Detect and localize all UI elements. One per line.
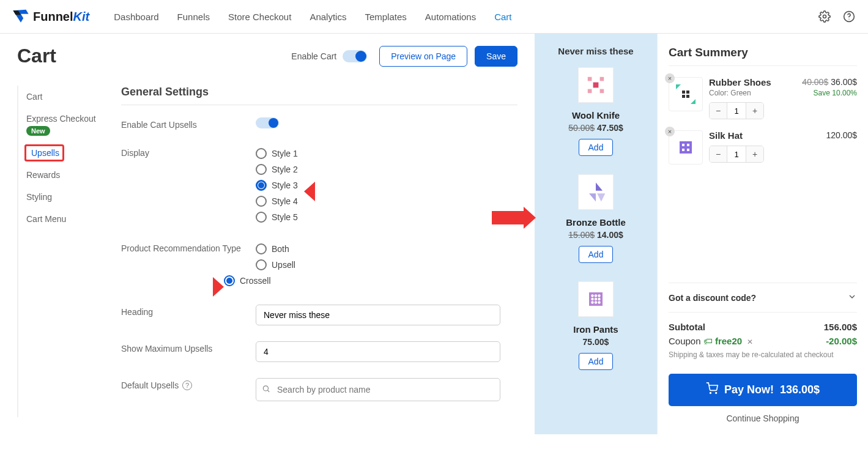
svg-point-18 — [598, 298, 600, 300]
save-button[interactable]: Save — [475, 46, 517, 67]
continue-shopping-link[interactable]: Continue Shopping — [669, 413, 857, 423]
product-name: Iron Pants — [541, 324, 651, 335]
cart-item-price: 120.00$ — [826, 130, 857, 165]
display-style-3[interactable]: Style 3 — [256, 177, 517, 193]
sidenav-cart-menu[interactable]: Cart Menu — [17, 208, 109, 230]
coupon-line: Coupon 🏷 free20 ✕ -20.00$ — [669, 334, 857, 348]
nav-dashboard[interactable]: Dashboard — [114, 12, 158, 22]
max-input[interactable] — [256, 341, 500, 362]
add-button[interactable]: Add — [579, 353, 614, 370]
brand-word-b: Kit — [73, 10, 90, 24]
settings-body: Cart Express Checkout New Upsells Reward… — [17, 86, 517, 417]
nav-store-checkout[interactable]: Store Checkout — [228, 12, 291, 22]
enable-cart-label: Enable Cart — [291, 51, 336, 61]
svg-rect-26 — [682, 95, 685, 98]
rec-label: Product Recommendation Type — [121, 241, 256, 253]
heading-input[interactable] — [256, 305, 500, 325]
svg-marker-11 — [597, 193, 605, 201]
qty-minus[interactable]: − — [710, 103, 727, 119]
svg-marker-22 — [676, 84, 681, 89]
qty-stepper: − + — [709, 146, 764, 163]
display-style-2[interactable]: Style 2 — [256, 161, 517, 177]
cart-item-silk-hat: × Silk Hat − + 120.00$ — [669, 130, 857, 165]
default-search-wrap — [256, 378, 500, 401]
summary-title: Cart Summery — [669, 46, 857, 66]
brand-word-a: Funnel — [33, 10, 73, 24]
sidenav-cart[interactable]: Cart — [17, 86, 109, 108]
help-icon[interactable] — [842, 10, 856, 23]
sidenav-rewards[interactable]: Rewards — [17, 164, 109, 186]
add-button[interactable]: Add — [579, 139, 614, 156]
discount-label: Got a discount code? — [669, 293, 756, 303]
upsell-card-wool-knife: Wool Knife 50.00$47.50$ Add — [541, 67, 651, 156]
sidenav-express-checkout-label: Express Checkout — [26, 114, 96, 124]
enable-cart-group: Enable Cart — [291, 50, 367, 62]
cart-item-sub: Color: Green — [709, 89, 796, 97]
nav-cart[interactable]: Cart — [494, 12, 511, 22]
qty-input[interactable] — [727, 103, 746, 119]
cart-item-info: Silk Hat − + — [709, 130, 820, 165]
preview-button[interactable]: Preview on Page — [379, 46, 467, 67]
enable-cart-toggle[interactable] — [343, 50, 367, 62]
row-max: Show Maximum Upsells — [121, 341, 517, 362]
svg-point-15 — [598, 294, 600, 297]
enable-upsells-toggle[interactable] — [256, 117, 279, 128]
display-options: Style 1 Style 2 Style 3 Style 4 Style 5 — [256, 146, 517, 225]
svg-rect-8 — [600, 89, 604, 94]
display-style-5[interactable]: Style 5 — [256, 209, 517, 225]
sidenav-styling[interactable]: Styling — [17, 186, 109, 208]
pay-now-button[interactable]: Pay Now! 136.00$ — [669, 374, 857, 406]
remove-coupon-icon[interactable]: ✕ — [747, 338, 753, 346]
upsell-card-iron-pants: Iron Pants 75.00$ Add — [541, 281, 651, 370]
qty-plus[interactable]: + — [746, 146, 763, 162]
svg-point-34 — [716, 393, 717, 394]
row-enable-upsells: Enable Cart Upsells — [121, 117, 517, 130]
nav-templates[interactable]: Templates — [365, 12, 406, 22]
row-display: Display Style 1 Style 2 Style 3 Style 4 … — [121, 146, 517, 225]
max-field-label: Show Maximum Upsells — [121, 341, 256, 354]
search-icon — [262, 385, 270, 395]
display-style-1[interactable]: Style 1 — [256, 146, 517, 161]
discount-row[interactable]: Got a discount code? — [669, 283, 857, 313]
nav-analytics[interactable]: Analytics — [310, 12, 346, 22]
svg-rect-32 — [687, 149, 689, 151]
cart-item-name: Silk Hat — [709, 130, 820, 141]
svg-rect-28 — [680, 141, 692, 154]
rec-crossell[interactable]: Crossell — [224, 273, 271, 289]
svg-point-3 — [263, 386, 268, 391]
gear-icon[interactable] — [818, 10, 831, 23]
rec-upsell[interactable]: Upsell — [256, 257, 517, 273]
top-nav: Dashboard Funnels Store Checkout Analyti… — [114, 12, 818, 22]
cart-icon — [706, 382, 718, 398]
page-header: Cart Enable Cart Preview on Page Save — [17, 45, 517, 67]
svg-rect-24 — [682, 91, 685, 94]
nav-funnels[interactable]: Funnels — [177, 12, 210, 22]
display-style-4[interactable]: Style 4 — [256, 193, 517, 209]
cart-thumb — [669, 77, 703, 111]
chevron-down-icon — [847, 292, 857, 303]
qty-plus[interactable]: + — [746, 103, 763, 119]
cart-item-name: Rubber Shoes — [709, 77, 796, 87]
default-search-input[interactable] — [256, 378, 500, 401]
remove-icon[interactable]: × — [665, 127, 675, 136]
default-field-label: Default Upsells ? — [121, 378, 256, 390]
brand-mark-icon — [12, 8, 29, 25]
cart-item-rubber-shoes: × Rubber Shoes Color: Green − + 40.00$36… — [669, 77, 857, 119]
sidenav-express-checkout[interactable]: Express Checkout New — [17, 108, 109, 142]
svg-point-19 — [591, 301, 593, 303]
svg-rect-25 — [686, 91, 689, 94]
rec-both[interactable]: Both — [256, 241, 517, 257]
nav-automations[interactable]: Automations — [425, 12, 476, 22]
cart-summary: Cart Summery × Rubber Shoes Color: Green… — [657, 34, 868, 434]
remove-icon[interactable]: × — [665, 73, 675, 83]
main-area: Cart Enable Cart Preview on Page Save Ca… — [0, 34, 535, 434]
qty-minus[interactable]: − — [710, 146, 727, 162]
add-button[interactable]: Add — [579, 246, 614, 263]
help-tooltip-icon[interactable]: ? — [182, 380, 192, 390]
svg-marker-9 — [596, 183, 603, 191]
qty-stepper: − + — [709, 102, 764, 119]
settings-sidenav: Cart Express Checkout New Upsells Reward… — [17, 86, 109, 417]
top-bar: FunnelKit Dashboard Funnels Store Checko… — [0, 0, 868, 34]
qty-input[interactable] — [727, 146, 746, 162]
sidenav-upsells[interactable]: Upsells — [24, 144, 64, 161]
